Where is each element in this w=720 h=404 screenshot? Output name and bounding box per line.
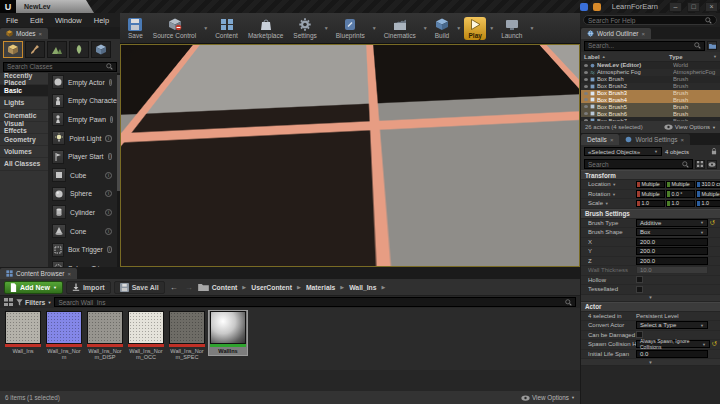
help-search-field[interactable] <box>583 15 717 25</box>
world-outliner-tab[interactable]: World Outliner × <box>581 28 651 39</box>
close-icon[interactable]: × <box>67 271 71 277</box>
visibility-eye-icon[interactable] <box>584 64 588 67</box>
visibility-eye-icon[interactable] <box>584 85 588 88</box>
reset-icon[interactable]: ↺ <box>709 219 716 227</box>
scale-y-field[interactable]: 1.0 <box>666 200 695 208</box>
table-row[interactable]: Box Brush2 Brush <box>581 83 720 90</box>
grid-snap-value[interactable]: 10 <box>455 47 472 57</box>
scale-snap-value[interactable]: 0.25 <box>510 47 533 57</box>
scale-label[interactable]: Scale ▼ <box>588 200 636 206</box>
list-item[interactable]: Conei <box>48 222 120 241</box>
outliner-search-input[interactable] <box>588 42 694 49</box>
location-x-field[interactable]: Multiple <box>636 181 665 189</box>
visibility-eye-icon[interactable] <box>584 71 588 74</box>
save-button[interactable]: Save <box>124 17 147 40</box>
blueprints-button[interactable]: Blueprints <box>332 17 369 40</box>
launch-button[interactable]: Launch <box>497 17 526 40</box>
scale-x-field[interactable]: 1.0 <box>636 200 665 208</box>
geometry-mode-button[interactable] <box>91 41 111 58</box>
scale-tool-button[interactable] <box>413 47 425 57</box>
menu-help[interactable]: Help <box>88 16 115 25</box>
maximize-button[interactable]: □ <box>687 2 700 12</box>
rotation-label[interactable]: Rotation ▼ <box>588 191 636 197</box>
brush-type-dropdown[interactable]: Additive▼ <box>636 219 708 227</box>
asset-tile[interactable]: WallIns <box>209 311 247 355</box>
place-mode-button[interactable] <box>3 41 23 58</box>
tessellated-checkbox[interactable] <box>636 286 643 293</box>
menu-window[interactable]: Window <box>49 16 88 25</box>
lock-icon[interactable] <box>711 148 717 155</box>
category-lights[interactable]: Lights <box>0 97 48 109</box>
sort-arrow-icon[interactable]: ▲ <box>602 54 606 59</box>
close-icon[interactable]: × <box>610 137 614 143</box>
sources-panel-toggle-icon[interactable] <box>4 298 13 306</box>
level-indicator[interactable]: Level: NewLev (Persistent) <box>499 256 574 263</box>
location-z-field[interactable]: 310.0 cm <box>696 181 720 189</box>
menu-edit[interactable]: Edit <box>24 16 49 25</box>
brush-y-input[interactable]: 200.0 <box>636 247 708 255</box>
info-icon[interactable]: i <box>105 135 112 142</box>
visibility-eye-icon[interactable] <box>584 112 588 115</box>
type-column-header[interactable]: Type <box>669 54 713 60</box>
rotation-z-field[interactable]: Multiple <box>696 190 720 198</box>
folder-icon[interactable] <box>198 283 209 291</box>
cinematics-caret-icon[interactable]: ▼ <box>423 25 428 31</box>
play-caret-icon[interactable]: ▼ <box>489 25 494 31</box>
content-browser-tab[interactable]: Content Browser × <box>0 268 77 279</box>
save-all-button[interactable]: Save All <box>114 281 165 294</box>
outliner-search-field[interactable] <box>584 41 705 51</box>
initial-life-span-input[interactable]: 0.0 <box>636 350 708 358</box>
source-control-button[interactable]: Source Control <box>149 17 200 40</box>
update-arrow-icon[interactable] <box>593 3 601 11</box>
level-tab[interactable]: NewLev <box>16 0 94 13</box>
settings-caret-icon[interactable]: ▼ <box>324 25 329 31</box>
label-column-header[interactable]: Label <box>584 54 600 60</box>
rotate-tool-button[interactable] <box>399 47 411 57</box>
assets-search-field[interactable] <box>54 297 576 307</box>
build-button[interactable]: Build <box>431 17 453 40</box>
minimize-button[interactable]: – <box>669 2 682 12</box>
table-row[interactable]: Box Brush4 Brush <box>581 96 720 103</box>
info-icon[interactable]: i <box>108 153 112 160</box>
property-matrix-button[interactable] <box>695 160 705 169</box>
brush-settings-section-header[interactable]: Brush Settings <box>581 209 720 219</box>
source-control-caret-icon[interactable]: ▼ <box>203 25 208 31</box>
camera-speed-value[interactable]: 4 <box>548 47 562 57</box>
show-button[interactable]: Show <box>220 47 246 57</box>
blueprints-caret-icon[interactable]: ▼ <box>372 25 377 31</box>
info-icon[interactable]: i <box>105 190 112 197</box>
table-row[interactable]: Box Brush6 Brush <box>581 110 720 117</box>
build-caret-icon[interactable]: ▼ <box>456 25 461 31</box>
perspective-button[interactable]: Perspective <box>138 47 191 57</box>
brush-x-input[interactable]: 200.0 <box>636 238 708 246</box>
settings-button[interactable]: Settings <box>289 17 321 40</box>
visibility-eye-icon[interactable] <box>584 105 588 108</box>
info-icon[interactable]: i <box>105 228 112 235</box>
content-button[interactable]: Content <box>211 17 242 40</box>
list-item[interactable]: Spherei <box>48 185 120 204</box>
viewport[interactable]: ▼ Perspective Lit Show ↖ 10 <box>120 44 580 267</box>
info-icon[interactable]: i <box>109 79 112 86</box>
filters-button[interactable]: Filters ▼ <box>16 299 51 306</box>
info-icon[interactable]: i <box>105 172 112 179</box>
info-icon[interactable]: i <box>107 246 112 253</box>
asset-tile[interactable]: Wall_Ins_Norm_OCC <box>127 311 165 362</box>
convert-actor-dropdown[interactable]: Select a Type▼ <box>636 321 708 329</box>
classes-search-input[interactable] <box>7 63 106 70</box>
feedback-icon[interactable] <box>580 3 588 11</box>
location-label[interactable]: Location ▼ <box>588 181 636 187</box>
breadcrumb-content[interactable]: Content <box>212 284 238 291</box>
category-volumes[interactable]: Volumes <box>0 146 48 158</box>
scale-z-field[interactable]: 1.0 <box>696 200 720 208</box>
launch-caret-icon[interactable]: ▼ <box>529 25 534 31</box>
details-search-input[interactable] <box>588 161 682 168</box>
category-geometry[interactable]: Geometry <box>0 134 48 146</box>
lit-button[interactable]: Lit <box>193 47 218 57</box>
list-item[interactable]: Box Triggeri <box>48 240 120 259</box>
list-item[interactable]: Cylinderi <box>48 203 120 222</box>
info-icon[interactable]: i <box>110 116 113 123</box>
can-be-damaged-checkbox[interactable] <box>636 331 643 338</box>
forward-arrow-icon[interactable]: → <box>183 283 195 292</box>
grid-snap-toggle[interactable] <box>441 47 453 57</box>
list-item[interactable]: Empty Actori <box>48 73 120 92</box>
